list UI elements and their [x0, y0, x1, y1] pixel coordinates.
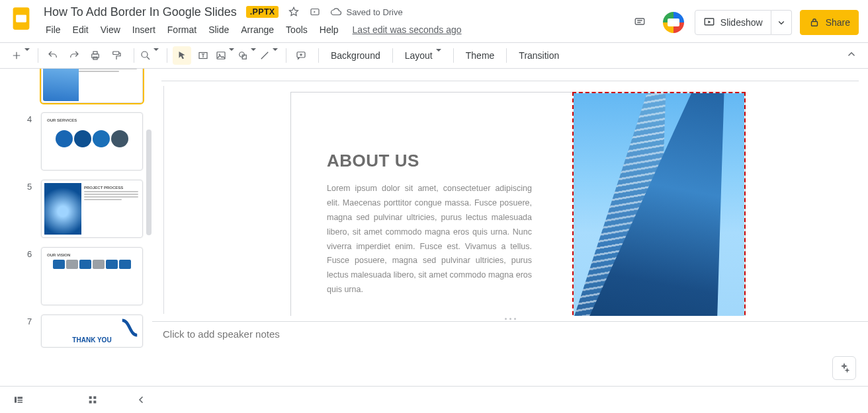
slide-number: 7 [27, 317, 32, 326]
svg-rect-12 [217, 52, 225, 59]
slide-thumb[interactable]: 5 PROJECT PROCESS [41, 180, 143, 238]
layout-button[interactable]: Layout [398, 46, 448, 65]
new-slide-button[interactable] [11, 46, 30, 65]
thumbnail-panel: 3 ABOUT US 4 OUR SERVICES 5 [0, 69, 152, 387]
svg-rect-1 [16, 15, 26, 22]
svg-rect-3 [635, 19, 644, 24]
redo-button[interactable] [65, 46, 83, 65]
slide-thumb[interactable]: 7 THANK YOU [41, 315, 143, 348]
slide-thumb[interactable]: 3 ABOUT US [41, 69, 143, 103]
menu-arrange[interactable]: Arrange [235, 22, 280, 38]
undo-button[interactable] [44, 46, 62, 65]
svg-rect-22 [93, 396, 96, 399]
paint-format-button[interactable] [107, 46, 126, 65]
slide-thumb[interactable]: 4 OUR SERVICES [41, 112, 143, 170]
textbox-tool[interactable] [194, 46, 212, 65]
menu-edit[interactable]: Edit [67, 22, 95, 38]
svg-rect-24 [93, 400, 96, 403]
svg-rect-9 [113, 52, 119, 55]
slide-body-text[interactable]: Lorem ipsum dolor sit amet, consectetuer… [291, 178, 532, 297]
collapse-filmstrip-icon[interactable] [131, 389, 152, 410]
grid-view-icon[interactable] [82, 389, 103, 410]
cloud-status[interactable]: Saved to Drive [330, 6, 402, 18]
slide-image-with-border[interactable] [572, 92, 746, 316]
svg-rect-19 [18, 400, 23, 401]
speaker-notes[interactable]: Click to add speaker notes [152, 321, 868, 387]
line-tool[interactable] [259, 46, 278, 65]
theme-button[interactable]: Theme [459, 46, 501, 65]
slide-number: 6 [27, 249, 32, 259]
menu-slide[interactable]: Slide [202, 22, 235, 38]
background-button[interactable]: Background [324, 46, 387, 65]
comments-icon[interactable] [627, 11, 652, 34]
slide-number: 4 [27, 114, 32, 124]
svg-rect-20 [18, 402, 23, 403]
svg-rect-23 [89, 400, 92, 403]
cloud-status-text: Saved to Drive [346, 7, 402, 17]
select-tool[interactable] [173, 46, 191, 65]
comment-tool[interactable] [292, 46, 310, 65]
thumbnail-scrollbar[interactable] [146, 130, 152, 387]
file-type-badge: .PPTX [246, 6, 279, 18]
slide-canvas[interactable]: ABOUT US Lorem ipsum dolor sit amet, con… [152, 83, 868, 316]
svg-rect-7 [93, 52, 97, 54]
transition-button[interactable]: Transition [512, 46, 566, 65]
menu-insert[interactable]: Insert [126, 22, 161, 38]
svg-point-14 [239, 52, 245, 57]
share-button[interactable]: Share [800, 10, 859, 35]
explore-button[interactable] [832, 356, 856, 380]
menu-help[interactable]: Help [314, 22, 345, 38]
notes-resize-handle[interactable] [152, 316, 868, 321]
horizontal-ruler[interactable] [161, 71, 859, 83]
slides-app-icon[interactable] [9, 4, 33, 33]
toolbar: Background Layout Theme Transition [0, 42, 868, 69]
slide-number: 5 [27, 182, 32, 192]
shape-tool[interactable] [237, 46, 256, 65]
svg-rect-18 [18, 397, 23, 399]
svg-rect-5 [811, 22, 817, 26]
menu-format[interactable]: Format [161, 22, 202, 38]
print-button[interactable] [86, 46, 105, 65]
star-icon[interactable] [288, 6, 300, 18]
svg-point-10 [142, 52, 148, 57]
footer-bar [0, 386, 868, 413]
move-icon[interactable] [309, 6, 321, 18]
document-title[interactable]: How To Add Border In Google Slides [40, 5, 241, 20]
collapse-toolbar-icon[interactable] [846, 48, 857, 63]
last-edit-link[interactable]: Last edit was seconds ago [353, 24, 462, 35]
svg-rect-17 [15, 397, 17, 403]
zoom-button[interactable] [140, 46, 159, 65]
share-label: Share [826, 17, 850, 28]
menu-view[interactable]: View [95, 22, 126, 38]
slideshow-label: Slideshow [720, 17, 763, 28]
menu-file[interactable]: File [40, 22, 67, 38]
current-slide[interactable]: ABOUT US Lorem ipsum dolor sit amet, con… [291, 93, 745, 316]
svg-rect-21 [89, 396, 92, 399]
filmstrip-view-icon[interactable] [8, 389, 29, 410]
meet-button[interactable] [660, 9, 687, 36]
image-tool[interactable] [215, 46, 234, 65]
slideshow-button[interactable]: Slideshow [695, 10, 771, 35]
slideshow-dropdown[interactable] [771, 10, 792, 35]
menu-tools[interactable]: Tools [280, 22, 314, 38]
slide-thumb[interactable]: 6 OUR VISION [41, 247, 143, 305]
